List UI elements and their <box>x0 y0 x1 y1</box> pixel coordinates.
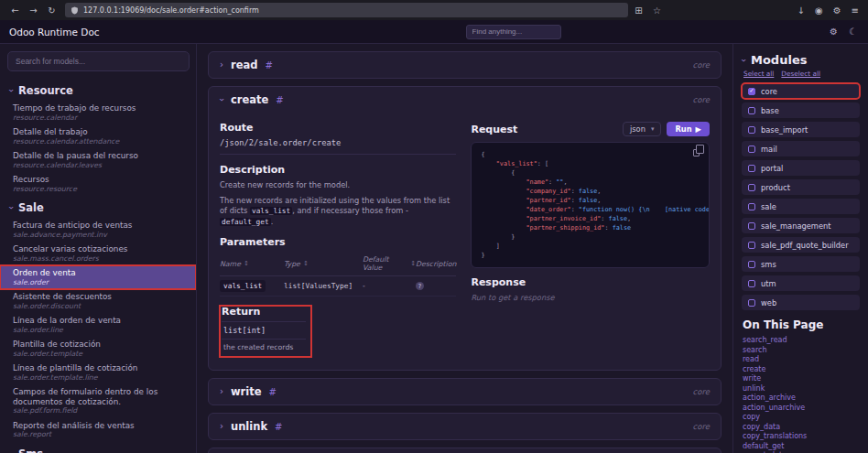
model-search-input[interactable] <box>7 51 190 71</box>
section-create-header[interactable]: › create # core <box>209 87 721 113</box>
forward-icon[interactable]: → <box>26 5 41 16</box>
sort-icon[interactable]: ↕ <box>303 260 309 267</box>
select-all-link[interactable]: Select all <box>743 70 774 78</box>
sidebar-item-sale.mass.cancel.orders[interactable]: Cancelar varias cotizacionessale.mass.ca… <box>0 242 196 265</box>
url-bar[interactable]: 127.0.0.1:19069/doc/sale.order#action_co… <box>65 3 628 17</box>
checkbox-icon <box>748 261 755 268</box>
section-unlink-header[interactable]: › unlink # core <box>209 414 721 439</box>
inline-code: default_get <box>220 218 271 226</box>
on-this-page-link-copy_translations[interactable]: copy_translations <box>742 432 860 442</box>
on-this-page-link-create[interactable]: create <box>742 365 860 375</box>
col-header-name[interactable]: Name <box>220 260 241 268</box>
model-display-name: Recursos <box>13 175 187 185</box>
tools-icon[interactable]: ⚙ <box>830 27 838 37</box>
anchor-hash-icon[interactable]: # <box>275 422 282 432</box>
module-checkbox-sms[interactable]: sms <box>742 256 860 272</box>
reload-icon[interactable]: ↻ <box>44 5 60 16</box>
sidebar-item-resource.calendar[interactable]: Tiempo de trabajo de recursosresource.ca… <box>0 101 196 124</box>
info-icon[interactable]: ? <box>416 282 424 290</box>
module-checkbox-portal[interactable]: portal <box>742 160 860 176</box>
module-checkbox-utm[interactable]: utm <box>742 275 860 291</box>
code-token: "partner_invoice_id" <box>526 215 602 222</box>
on-this-page-link-copy_data[interactable]: copy_data <box>742 423 860 433</box>
sidebar-item-sale.pdf.form.field[interactable]: Campos de formulario dentro de los docum… <box>0 384 196 418</box>
sidebar-item-sale.order[interactable]: Orden de ventasale.order <box>0 265 196 289</box>
code-token: ] <box>481 243 499 250</box>
module-checkbox-mail[interactable]: mail <box>742 141 860 156</box>
module-checkbox-sale_management[interactable]: sale_management <box>742 218 860 233</box>
on-this-page-link-write[interactable]: write <box>742 374 860 384</box>
chevron-down-icon: ▾ <box>651 125 655 133</box>
code-token: { <box>481 151 484 158</box>
on-this-page-link-unlink[interactable]: unlink <box>742 384 860 394</box>
on-this-page-link-copy[interactable]: copy <box>742 413 860 423</box>
request-code-editor[interactable]: { "vals_list": [ { "name": "", "company_… <box>471 142 710 268</box>
sidebar-item-resource.calendar.leaves[interactable]: Detalle de la pausa del recursoresource.… <box>0 148 196 172</box>
app-title: Odoo Runtime Doc <box>0 27 197 38</box>
deselect-all-link[interactable]: Deselect all <box>781 70 820 78</box>
download-icon[interactable]: ↓ <box>797 5 805 16</box>
model-technical-name: sale.order <box>13 278 187 287</box>
menu-icon[interactable]: ≡ <box>852 5 859 16</box>
on-this-page-link-search_read[interactable]: search_read <box>742 336 860 346</box>
anchor-hash-icon[interactable]: # <box>276 95 283 105</box>
section-write-header[interactable]: › write # core <box>209 379 721 404</box>
anchor-hash-icon[interactable]: # <box>269 387 277 397</box>
model-technical-name: resource.resource <box>13 185 187 194</box>
bookmark-star-icon[interactable]: ☆ <box>649 5 665 16</box>
url-text[interactable]: 127.0.0.1:19069/doc/sale.order#action_co… <box>83 6 623 15</box>
modules-section-header[interactable]: › Modules <box>742 53 860 67</box>
module-checkbox-base[interactable]: base <box>742 102 860 118</box>
format-select[interactable]: json▾ <box>623 122 661 136</box>
parameters-title: Parameters <box>220 236 456 248</box>
theme-toggle-icon[interactable]: ☾ <box>849 27 857 37</box>
on-this-page-link-action_unarchive[interactable]: action_unarchive <box>742 404 860 414</box>
module-checkbox-core[interactable]: ✓core <box>742 83 860 99</box>
response-title: Response <box>471 276 710 288</box>
module-checkbox-product[interactable]: product <box>742 179 860 195</box>
sidebar-item-sale.order.template[interactable]: Plantilla de cotizaciónsale.order.templa… <box>0 337 196 361</box>
module-checkbox-sale[interactable]: sale <box>742 199 860 214</box>
extensions-icon[interactable]: ⚙ <box>833 5 841 16</box>
sidebar-item-sale.advance.payment.inv[interactable]: Factura de anticipo de ventassale.advanc… <box>0 218 196 242</box>
model-display-name: Campos de formulario dentro de los docum… <box>13 387 187 406</box>
code-token: , <box>563 178 567 186</box>
col-header-default[interactable]: Default Value <box>363 255 407 272</box>
sort-icon[interactable]: ↕ <box>244 260 249 267</box>
code-token: : <box>571 197 579 204</box>
page-action-icon[interactable]: ⊞ <box>631 5 646 16</box>
section-action_archive-header[interactable]: › action_archive # core <box>209 448 721 453</box>
browser-chrome: ← → ↻ 127.0.0.1:19069/doc/sale.order#act… <box>0 0 868 20</box>
on-this-page-link-search[interactable]: search <box>742 346 860 356</box>
module-checkbox-base_import[interactable]: base_import <box>742 122 860 137</box>
sidebar-group-resource[interactable]: ›Resource <box>0 79 196 101</box>
anchor-hash-icon[interactable]: # <box>265 60 272 70</box>
sidebar-group-sale[interactable]: ›Sale <box>0 196 196 218</box>
col-header-type[interactable]: Type <box>284 260 300 268</box>
module-checkbox-web[interactable]: web <box>742 295 860 310</box>
global-search-input[interactable] <box>466 25 561 39</box>
sidebar-item-sale.report[interactable]: Reporte del análisis de ventassale.repor… <box>0 418 196 442</box>
copy-icon[interactable] <box>693 149 700 156</box>
on-this-page-link-read[interactable]: read <box>742 355 860 365</box>
sidebar-item-resource.calendar.attendance[interactable]: Detalle del trabajoresource.calendar.att… <box>0 124 196 148</box>
section-read-header[interactable]: › read # core <box>209 52 721 78</box>
sidebar-item-sale.order.template.line[interactable]: Línea de plantilla de cotizaciónsale.ord… <box>0 361 196 384</box>
code-token <box>481 188 526 195</box>
sidebar-group-sms[interactable]: ›Sms <box>0 442 196 453</box>
col-header-description[interactable]: Description <box>416 260 456 268</box>
account-icon[interactable]: ◉ <box>815 5 823 16</box>
sidebar-item-resource.resource[interactable]: Recursosresource.resource <box>0 172 196 196</box>
module-name: portal <box>761 164 783 173</box>
on-this-page-link-action_archive[interactable]: action_archive <box>742 394 860 404</box>
back-icon[interactable]: ← <box>7 5 23 16</box>
on-this-page-link-default_get[interactable]: default_get <box>742 442 860 452</box>
run-button[interactable]: Run▶ <box>667 122 710 136</box>
module-badge: core <box>693 95 710 104</box>
code-token: false <box>579 188 597 195</box>
modules-title: Modules <box>751 53 807 67</box>
models-sidebar: ›ResourceTiempo de trabajo de recursosre… <box>0 44 197 453</box>
module-checkbox-sale_pdf_quote_builder[interactable]: sale_pdf_quote_builder <box>742 237 860 253</box>
sidebar-item-sale.order.discount[interactable]: Asistente de descuentossale.order.discou… <box>0 289 196 313</box>
sidebar-item-sale.order.line[interactable]: Línea de la orden de ventasale.order.lin… <box>0 313 196 337</box>
